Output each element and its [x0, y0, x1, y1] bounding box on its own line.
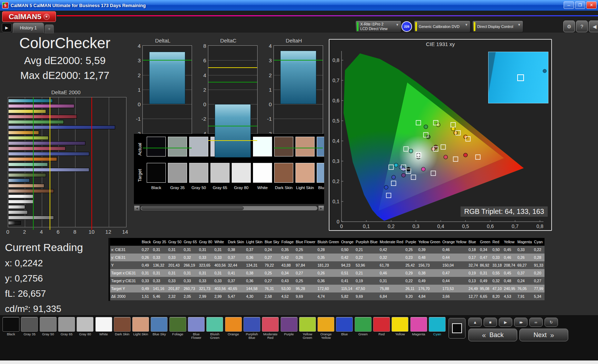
- patch-button-blue-sky[interactable]: Blue Sky: [150, 317, 168, 340]
- svg-text:0,6: 0,6: [333, 98, 340, 103]
- collapse-button[interactable]: ◀: [589, 21, 598, 32]
- patch-button-blue[interactable]: Blue: [335, 317, 353, 340]
- patch-button-green[interactable]: Green: [354, 317, 372, 340]
- patch-button-white[interactable]: White: [95, 317, 113, 340]
- help-button[interactable]: ?: [576, 21, 588, 32]
- patch-button-purple[interactable]: Purple: [280, 317, 298, 340]
- calman-logo-button[interactable]: CalMAN5 ▼: [2, 11, 56, 22]
- continuous-icon: ∞: [535, 320, 537, 324]
- cell-target-y-cie31-green: 0,49: [479, 277, 491, 285]
- chevron-down-icon: ▼: [518, 23, 521, 27]
- cell-target-y-light-skin: 144,58: [245, 285, 264, 292]
- table-col-white: White: [213, 238, 227, 246]
- patch-button-label: Purplish Blue: [243, 332, 261, 340]
- table-col-orange: Orange: [340, 238, 355, 246]
- cell-target-y-cie31-foliage: 0,43: [280, 277, 294, 285]
- patch-button-orange[interactable]: Orange: [225, 317, 242, 340]
- patch-button-magenta[interactable]: Magenta: [410, 317, 428, 340]
- stop-button[interactable]: ■: [484, 318, 497, 327]
- cell-y-black: 0,49: [141, 261, 152, 269]
- row-label: x: CIE31: [110, 246, 141, 254]
- swatch-scrollbar[interactable]: ◄ ►: [134, 205, 324, 211]
- patch-button-dark-skin[interactable]: Dark Skin: [113, 317, 131, 340]
- scroll-left-button[interactable]: ◄: [134, 205, 140, 211]
- play-button[interactable]: ▶: [499, 318, 512, 327]
- chevron-left-icon: «: [482, 331, 486, 339]
- patch-button-black[interactable]: Black: [2, 317, 20, 340]
- display-control-label: Direct Display Control: [477, 24, 516, 29]
- swatch-label: Light Skin: [294, 186, 316, 190]
- measured-point-white: [417, 153, 421, 157]
- cell--e-2000-purple: 9,20: [404, 292, 417, 300]
- deltae-bar-blue-flower: [8, 168, 89, 172]
- gridline: [274, 119, 323, 119]
- patch-button-blue-flower[interactable]: Blue Flower: [187, 317, 205, 340]
- cell-y-white: 403,56: [213, 261, 227, 269]
- y-tick-label: -1: [267, 116, 272, 122]
- refresh-button[interactable]: ↻: [545, 318, 558, 327]
- chevron-down-icon[interactable]: ▼: [44, 14, 50, 20]
- patch-button-gray-65[interactable]: Gray 65: [58, 317, 75, 340]
- patch-button-gray-50[interactable]: Gray 50: [39, 317, 57, 340]
- scroll-thumb[interactable]: [141, 206, 244, 210]
- svg-text:0,2: 0,2: [333, 178, 340, 184]
- workflow-dropdown[interactable]: Generic Calibration DVD ▼: [414, 21, 470, 33]
- patch-button-yellow[interactable]: Yellow: [391, 317, 409, 340]
- continuous-button[interactable]: ∞: [529, 318, 543, 327]
- cell-y-magenta: 69,27: [516, 261, 533, 269]
- skip-button[interactable]: ▶▶: [514, 318, 528, 327]
- maximize-button[interactable]: ❐: [575, 1, 585, 9]
- meter-dropdown[interactable]: X-Rite i1Pro 2 LCD Direct View ▼: [355, 21, 401, 33]
- x-tick-label: 12: [105, 229, 111, 235]
- y-tick-label: 1: [269, 86, 272, 92]
- eject-button[interactable]: ▲: [468, 318, 482, 327]
- patch-button-light-skin[interactable]: Light Skin: [132, 317, 150, 340]
- cell--e-2000-white: 2,99: [213, 292, 227, 300]
- minimize-button[interactable]: ─: [564, 1, 574, 9]
- patch-button-foliage[interactable]: Foliage: [169, 317, 187, 340]
- patch-button-moderate-red[interactable]: Moderate Red: [261, 317, 279, 340]
- cell-y-cie31-white: 0,33: [213, 254, 227, 261]
- patch-button-bluish-green[interactable]: Bluish Green: [206, 317, 224, 340]
- results-table: BlackGray 35Gray 50Gray 65Gray 80WhiteDa…: [110, 238, 545, 300]
- cell--e-2000-green: 6,65: [479, 292, 491, 300]
- cell-x-cie31-blue-sky: 0,24: [264, 246, 280, 254]
- cell--e-2000-gray-80: 2,99: [198, 292, 213, 300]
- patch-button-orange-yellow[interactable]: Orange Yellow: [317, 317, 335, 340]
- patch-button-yellow-green[interactable]: Yellow Green: [299, 317, 316, 340]
- scroll-right-button[interactable]: ►: [318, 205, 324, 211]
- back-button[interactable]: « Back: [468, 329, 517, 341]
- table-row-y-cie31: y: CIE310,260,330,330,320,330,330,370,36…: [110, 254, 545, 261]
- patch-button-purplish-blue[interactable]: Purplish Blue: [243, 317, 261, 340]
- tab-add-button[interactable]: +: [45, 24, 54, 33]
- svg-text:0,8: 0,8: [333, 57, 340, 63]
- scroll-track[interactable]: [141, 206, 317, 210]
- cell-x-cie31-orange: 0,50: [340, 246, 355, 254]
- cell-target-x-cie31-blue-flower: 0,27: [295, 269, 316, 277]
- patch-button-label: Yellow: [391, 332, 409, 336]
- patch-button-cyan[interactable]: Cyan: [428, 317, 446, 340]
- cell-target-x-cie31-yellow: 0,45: [503, 269, 516, 277]
- current-patch-indicator[interactable]: [448, 318, 466, 339]
- settings-button[interactable]: ⚙: [563, 21, 575, 32]
- reference-line-3: [274, 60, 323, 61]
- next-button[interactable]: Next »: [519, 329, 568, 341]
- patch-button-gray-80[interactable]: Gray 80: [76, 317, 94, 340]
- tab-history-1[interactable]: History 1: [13, 23, 44, 33]
- deltae-bar-yellow: [8, 109, 46, 113]
- cell-target-x-cie31-foliage: 0,34: [280, 269, 294, 277]
- deltae-bar-red: [8, 115, 77, 119]
- display-control-dropdown[interactable]: Direct Display Control ▼: [472, 21, 523, 33]
- close-button[interactable]: ✕: [586, 1, 597, 9]
- table-col-light-skin: Light Skin: [245, 238, 264, 246]
- workspace-arrow-button[interactable]: ▶: [2, 23, 12, 32]
- table-col-orange-yellow: Orange Yellow: [441, 238, 468, 246]
- cell-y-cie31-red: 0,33: [491, 254, 503, 261]
- cell-y-green: 86,92: [479, 261, 491, 269]
- patch-button-label: Dark Skin: [113, 332, 131, 336]
- patch-button-red[interactable]: Red: [373, 317, 390, 340]
- chevron-down-icon: ▼: [465, 23, 468, 27]
- patch-button-gray-35[interactable]: Gray 35: [21, 317, 38, 340]
- patch-swatch: [262, 317, 279, 332]
- svg-text:0,4: 0,4: [333, 138, 340, 144]
